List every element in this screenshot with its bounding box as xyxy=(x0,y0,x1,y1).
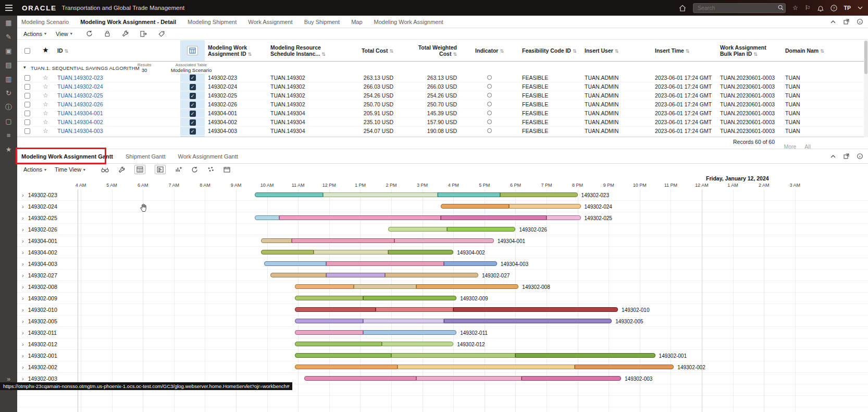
table-row[interactable]: ☆TUAN.149302-025✓149302-025TUAN.14930225… xyxy=(17,91,868,100)
associated-checkbox[interactable]: ✓ xyxy=(190,111,196,117)
expand-chevron-icon[interactable]: › xyxy=(22,203,24,210)
gantt-bar-segment[interactable] xyxy=(441,204,509,209)
id-link[interactable]: TUAN.149304-001 xyxy=(57,110,103,116)
view-dropdown[interactable]: View▾ xyxy=(56,31,72,37)
user-menu[interactable]: TP xyxy=(844,5,851,11)
favorite-star-icon[interactable]: ☆ xyxy=(43,101,48,108)
gantt-bar-segment[interactable] xyxy=(354,284,416,289)
gantt-bar-segment[interactable] xyxy=(261,238,292,243)
archive-icon[interactable]: ▥ xyxy=(0,72,17,86)
table-row[interactable]: ☆TUAN.149302-024✓149302-024TUAN.14930226… xyxy=(17,82,868,91)
row-checkbox[interactable] xyxy=(24,75,30,81)
associated-checkbox[interactable]: ✓ xyxy=(190,102,196,108)
col-bulk_plan[interactable]: Work Assignment Bulk Plan ID⇅ xyxy=(717,40,782,61)
collapse-icon[interactable] xyxy=(830,20,836,23)
gantt-row-header[interactable]: ›149302-012 xyxy=(17,338,78,350)
expand-chevron-icon[interactable]: › xyxy=(22,307,24,313)
id-link[interactable]: TUAN.149302-023 xyxy=(57,75,103,81)
gantt-bar-segment[interactable] xyxy=(295,330,363,335)
associated-checkbox[interactable]: ✓ xyxy=(190,93,196,99)
tab-modeling-work-assignment-gantt[interactable]: Modeling Work Assignment Gantt xyxy=(21,153,113,160)
gantt-bar-segment[interactable] xyxy=(326,273,385,277)
gantt-row-header[interactable]: ›149302-001 xyxy=(17,350,78,361)
tab-modeling-shipment[interactable]: Modeling Shipment xyxy=(188,19,237,25)
chart-options-icon[interactable] xyxy=(175,166,182,173)
gantt-bar-segment[interactable] xyxy=(388,227,447,232)
gantt-bar-segment[interactable] xyxy=(394,238,494,243)
associated-checkbox[interactable]: ✓ xyxy=(190,75,196,81)
gantt-bar-segment[interactable] xyxy=(438,192,500,197)
help-icon[interactable]: ? xyxy=(830,5,837,11)
table-row[interactable]: ☆TUAN.149302-026✓149302-026TUAN.14930225… xyxy=(17,100,868,109)
row-checkbox[interactable] xyxy=(24,93,30,99)
gantt-bar-segment[interactable] xyxy=(292,238,394,243)
id-link[interactable]: TUAN.149304-002 xyxy=(57,119,103,125)
col-id[interactable]: ID⇅ xyxy=(54,40,180,61)
sort-icon[interactable]: ⇅ xyxy=(453,52,457,57)
gantt-bar-segment[interactable] xyxy=(363,330,456,335)
tab-modeling-work-assignment-detail[interactable]: Modeling Work Assignment - Detail xyxy=(80,19,176,25)
gantt-bar-segment[interactable] xyxy=(453,307,618,312)
info-icon[interactable] xyxy=(857,19,863,25)
expand-chevron-icon[interactable]: › xyxy=(22,284,24,290)
id-link[interactable]: TUAN.149302-024 xyxy=(57,83,103,90)
bell-icon[interactable] xyxy=(817,5,824,11)
gantt-row-header[interactable]: ›149302-027 xyxy=(17,270,78,281)
favorite-star-icon[interactable]: ☆ xyxy=(43,83,48,90)
gantt-bar-segment[interactable] xyxy=(295,365,398,369)
home-icon[interactable] xyxy=(679,5,686,11)
gantt-bar-segment[interactable] xyxy=(270,273,326,277)
calendar-icon[interactable] xyxy=(224,166,230,173)
col-insert_user[interactable]: Insert User⇅ xyxy=(581,40,652,61)
gantt-bar-segment[interactable] xyxy=(295,284,354,289)
col-total_cost[interactable]: Total Cost⇅ xyxy=(333,40,396,61)
expand-chevron-icon[interactable]: › xyxy=(22,318,24,324)
gantt-bar-segment[interactable] xyxy=(376,307,453,312)
search-icon[interactable] xyxy=(778,5,784,10)
gantt-bar-segment[interactable] xyxy=(314,250,388,255)
info-icon[interactable] xyxy=(857,153,863,159)
gantt-bar-segment[interactable] xyxy=(295,307,376,312)
gantt-row-header[interactable]: ›149302-023 xyxy=(17,189,78,201)
tab-work-assignment[interactable]: Work Assignment xyxy=(248,19,292,25)
flag-icon[interactable]: ⚐ xyxy=(805,5,811,11)
gantt-bar-segment[interactable] xyxy=(382,342,453,346)
tab-buy-shipment[interactable]: Buy Shipment xyxy=(304,19,340,25)
col-insert_time[interactable]: Insert Time⇅ xyxy=(652,40,717,61)
table-view-icon[interactable] xyxy=(134,165,145,174)
gantt-row-header[interactable]: ›149302-002 xyxy=(17,361,78,373)
scrollbar-thumb[interactable] xyxy=(864,41,867,74)
favorite-star-icon[interactable]: ☆ xyxy=(43,118,48,126)
star-icon[interactable]: ☆ xyxy=(792,5,798,11)
table-vertical-scrollbar[interactable] xyxy=(864,40,868,137)
gantt-row-header[interactable]: ›149302-026 xyxy=(17,224,78,235)
gantt-row-header[interactable]: ›149302-009 xyxy=(17,293,78,304)
associated-table-icon[interactable] xyxy=(187,46,198,55)
collapse-icon[interactable] xyxy=(830,155,836,158)
gantt-row-header[interactable]: ›149302-008 xyxy=(17,281,78,293)
favorites-star-icon[interactable]: ★ xyxy=(0,142,17,156)
group-collapse-caret-icon[interactable]: ▾ xyxy=(23,65,26,70)
id-link[interactable]: TUAN.149304-003 xyxy=(57,128,103,134)
group-row[interactable]: ▾ TUAN.1. SEQUENTIAL SAVINGS ALGORITHM R… xyxy=(17,61,868,74)
refresh-icon[interactable] xyxy=(86,30,93,37)
expand-chevron-icon[interactable]: › xyxy=(22,341,24,347)
gantt-bar-segment[interactable] xyxy=(304,376,416,381)
grid-icon[interactable]: ▦ xyxy=(0,16,17,30)
sort-icon[interactable]: ⇅ xyxy=(753,52,758,57)
document-icon[interactable]: ▤ xyxy=(0,58,17,72)
col-feasibility[interactable]: Feasibility Code ID⇅ xyxy=(519,40,581,61)
gantt-bar-segment[interactable] xyxy=(575,365,674,369)
gantt-row-header[interactable]: ›149304-001 xyxy=(17,235,78,247)
id-link[interactable]: TUAN.149302-026 xyxy=(57,101,103,107)
row-checkbox[interactable] xyxy=(24,111,30,116)
gantt-bar-segment[interactable] xyxy=(500,192,578,197)
gantt-bar-segment[interactable] xyxy=(385,273,478,277)
gantt-bar-segment[interactable] xyxy=(515,353,655,358)
info-circle-icon[interactable]: ⓘ xyxy=(0,100,17,114)
tab-shipment-gantt[interactable]: Shipment Gantt xyxy=(126,153,165,160)
gantt-bar-segment[interactable] xyxy=(264,261,326,266)
col-weighted_cost[interactable]: Total Weighted Cost⇅ xyxy=(396,40,460,61)
gantt-bar-segment[interactable] xyxy=(509,204,580,209)
sort-icon[interactable]: ⇅ xyxy=(573,49,577,54)
